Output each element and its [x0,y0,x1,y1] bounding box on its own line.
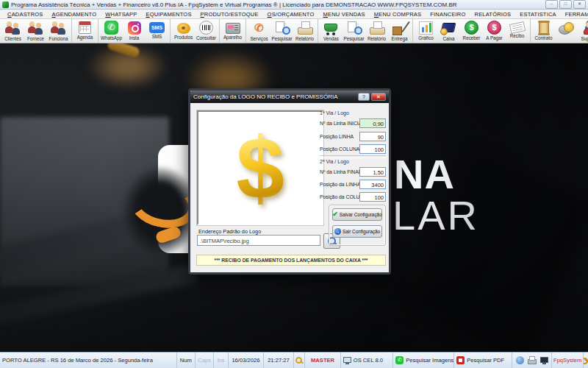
toolbar-button-sms[interactable]: SMS [146,20,168,42]
toolbar-button-relat-rio[interactable]: Relatório [293,20,316,42]
contract-icon [539,21,549,35]
toolbar-button-label: Clientes [4,36,21,41]
toolbar-button-servi-os[interactable]: Serviços [248,20,270,42]
status-master: MASTER [305,353,340,368]
toolbar-button-aparelho[interactable]: Aparelho [221,20,244,42]
instagram-icon [128,21,141,35]
toolbar-button-pesquisar[interactable]: Pesquisar [343,20,365,42]
status-key-segment [294,353,306,368]
toolbar-button-label: Relatório [368,36,386,41]
toolbar-button-contrato[interactable]: Contrato [532,20,555,42]
toolbar-button-fornece[interactable]: Fornece [24,20,47,42]
field-linha-inicial-input[interactable]: 0,90 [359,118,386,128]
printer-mini-icon[interactable] [528,356,536,364]
support-icon [580,21,588,35]
logo-path-input[interactable]: .\BITMAP\recibo.jpg [197,235,320,246]
barcode-icon [199,21,213,35]
toolbar-button-pesquisar[interactable]: Pesquisar [270,20,293,42]
toolbar-group: ProdutosConsultar [171,19,220,43]
search-pdf-label: Pesquisar PDF [467,357,504,364]
field-posicao-da-linha-input[interactable]: 3400 [359,180,386,189]
toolbar-button-funciona[interactable]: Funciona [47,20,70,42]
field-linha-final-input[interactable]: 1,50 [359,167,386,177]
menu-item-equipamentos[interactable]: EQUIPAMENTOS [141,11,196,18]
toolbar-button-label: Produtos [174,35,193,40]
toolbar-button-gr-fico[interactable]: Gráfico [415,20,437,42]
exit-config-button[interactable]: → Sair Configuração [332,225,382,238]
toolbar-button-vendas[interactable]: Vendas [320,20,343,42]
status-search-images[interactable]: Pesquisar Imagens [393,353,454,368]
dialog-close-button[interactable]: ✕ [371,93,386,101]
coin-green-icon [465,21,478,35]
field-posicao-linha-label: Posição LINHA [320,134,354,139]
toolbar-button-coin-stack-icon[interactable] [555,20,578,42]
toolbar-group: ClientesForneceFunciona [0,19,72,43]
section-separator [320,155,386,158]
toolbar-button-suporte[interactable]: Suporte [578,20,588,42]
employees-icon [49,21,68,35]
toolbar-button-recibo[interactable]: Recibo [506,20,528,42]
menu-item-whatsapp[interactable]: WHATSAPP [101,11,141,18]
minimize-button[interactable]: – [545,0,558,9]
globe-icon[interactable] [516,356,524,364]
cart-icon [322,21,341,35]
toolbar-button-label: Agenda [77,35,93,40]
toolbar-button-whatsapp[interactable]: WhatsApp [100,20,123,42]
toolbar-button-consultar[interactable]: Consultar [195,20,218,42]
menu-item-menu-compras[interactable]: MENU COMPRAS [370,11,426,18]
coin-red-icon [487,21,501,35]
monitor-icon[interactable] [540,356,548,364]
menu-item-agendamento[interactable]: AGENDAMENTO [47,11,101,18]
toolbar-group: ServiçosPesquisarRelatório [246,19,318,43]
toolbar-button-clientes[interactable]: Clientes [1,20,24,42]
toolbar-button-caixa[interactable]: Caixa [437,20,460,42]
dialog-help-button[interactable]: ? [358,93,370,101]
exit-arrow-icon: → [334,228,341,235]
toolbar-button-produtos[interactable]: Produtos [172,20,195,42]
section1-header: 1ª Via / Logo [320,110,349,116]
doc-search-icon [273,21,292,35]
toolbar-button-label: Serviços [250,36,268,41]
toolbar-group: WhatsAppInstaSMS [98,19,171,43]
toolbar-group: VendasPesquisarRelatórioEntrega [318,19,413,43]
whatsapp-mini-icon [395,356,404,364]
menu-item-produto-estoque[interactable]: PRODUTO/ESTOQUE [196,11,263,18]
save-config-button[interactable]: ✔ Salvar Configuração [332,208,382,221]
menu-item-financeiro[interactable]: FINANCEIRO [426,11,470,18]
menu-item-cadastros[interactable]: CADASTROS [3,11,47,18]
menu-item-os-or-amento[interactable]: OS/ORÇAMENTO [263,11,319,18]
maximize-button[interactable]: □ [559,0,572,9]
status-os: OS CEL 8.0 [341,353,393,368]
toolbar-button-label: Pesquisar [271,36,292,41]
field-posicao-coluna-input[interactable]: 100 [359,144,386,154]
pdf-icon [456,356,465,364]
coin-stack-icon [557,21,576,35]
products-icon [177,23,190,34]
save-config-label: Salvar Configuração [340,212,382,217]
menu-item-menu-vendas[interactable]: MENU VENDAS [319,11,370,18]
status-num: Num [177,353,196,368]
toolbar-button-label: Vendas [323,36,339,41]
menu-bar: CADASTROSAGENDAMENTOWHATSAPPEQUIPAMENTOS… [0,10,588,19]
field-linha-inicial-label: Nº da Linha INICIAL [320,121,365,126]
section2-header: 2ª Via / Logo [320,159,349,164]
toolbar-button-relat-rio[interactable]: Relatório [365,20,388,42]
toolbar-button-entrega[interactable]: Entrega [388,20,411,42]
footer-note: *** RECIBO DE PAGAMENTO DOS LANÇAMENTOS … [196,255,386,266]
dialog-title: Configuração da LOGO NO RECIBO e PROMISS… [193,93,356,100]
toolbar-group: Aparelho [220,19,246,43]
field-posicao-linha-input[interactable]: 90 [359,132,386,141]
toolbar-button-insta[interactable]: Insta [123,20,146,42]
toolbar-button-receber[interactable]: Receber [460,20,483,42]
status-search-pdf[interactable]: Pesquisar PDF [454,353,512,368]
toolbar-button-a-pagar[interactable]: A Pagar [483,20,506,42]
toolbar-button-label: Aparelho [223,35,242,40]
menu-item-ferramentas[interactable]: FERRAMENTAS [561,11,588,18]
close-button[interactable]: ✕ [573,0,586,9]
pc-icon [343,356,351,364]
toolbar-button-agenda[interactable]: Agenda [74,20,96,42]
field-posicao-da-coluna-input[interactable]: 100 [359,192,386,202]
menu-item-estatistica[interactable]: ESTATISTICA [515,11,560,18]
menu-item-relat-rios[interactable]: RELATÓRIOS [470,11,516,18]
dialog-titlebar[interactable]: Configuração da LOGO NO RECIBO e PROMISS… [190,91,389,103]
